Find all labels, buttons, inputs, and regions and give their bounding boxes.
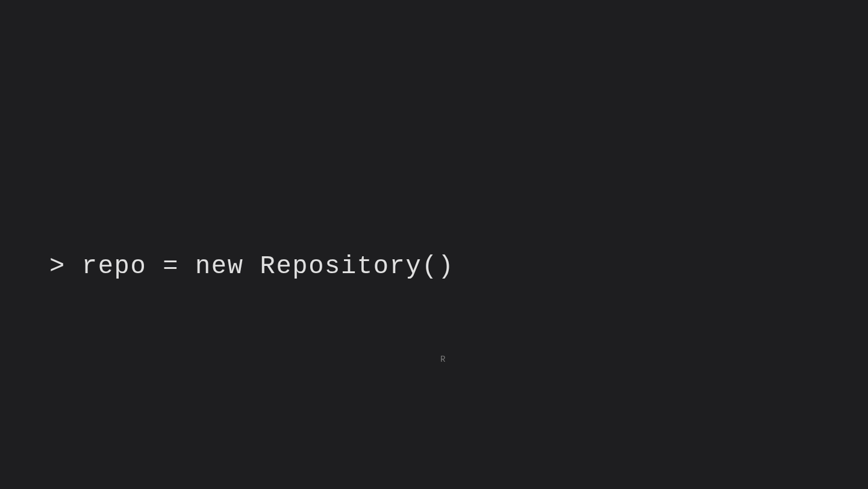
stray-letter: R: [440, 355, 445, 364]
code-line: > repo = new Repository(): [49, 252, 454, 281]
